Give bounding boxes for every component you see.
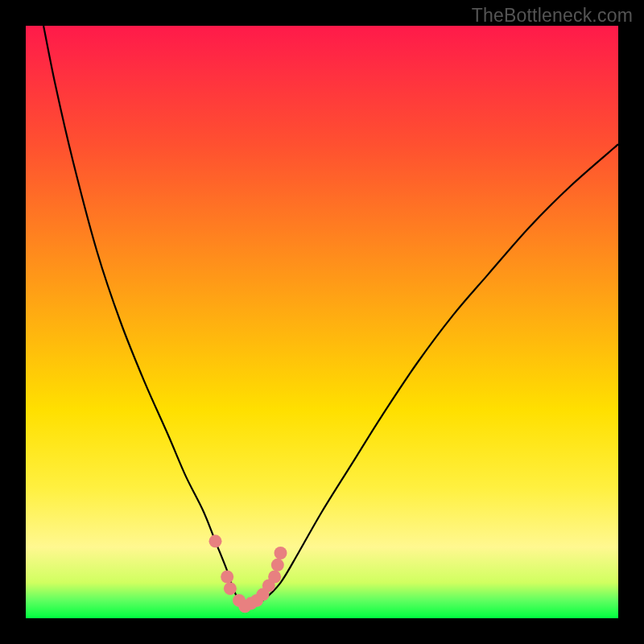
plot-area	[26, 26, 618, 618]
bottleneck-curve	[43, 26, 618, 607]
curve-svg	[26, 26, 618, 618]
chart-frame: TheBottleneck.com	[0, 0, 644, 644]
highlight-dots	[209, 535, 287, 613]
highlight-dot	[209, 535, 222, 547]
watermark-text: TheBottleneck.com	[472, 5, 633, 27]
highlight-dot	[271, 559, 284, 572]
highlight-dot	[221, 571, 233, 584]
highlight-dot	[268, 571, 281, 584]
highlight-dot	[224, 582, 237, 595]
highlight-dot	[275, 547, 287, 559]
